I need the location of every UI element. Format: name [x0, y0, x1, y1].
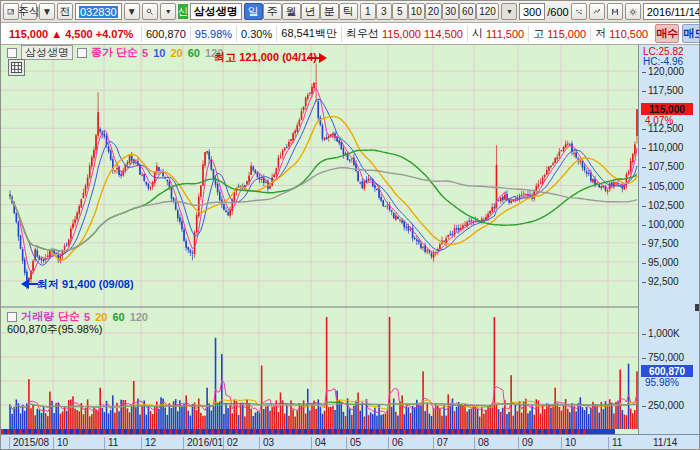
search-button[interactable]	[142, 3, 158, 20]
change-value: 4,500	[65, 28, 93, 40]
month-label: 2016/01	[183, 437, 223, 450]
extra-dropdown[interactable]: ▼	[501, 3, 517, 20]
month-label: 03	[259, 437, 274, 450]
month-label: 04	[311, 437, 326, 450]
annotation-lowest: 최저 91,400 (09/08)	[37, 277, 134, 292]
screen-link-icon[interactable]	[3, 3, 19, 20]
volume-ratio: 95.98%	[191, 26, 237, 42]
sound-dropdown-icon: ▼	[165, 8, 172, 15]
current-price: 115,000	[9, 28, 48, 40]
annotation-lowest-arrow-icon	[21, 279, 29, 289]
best-bid: 114,500	[424, 28, 463, 40]
low-label: 저	[595, 26, 606, 41]
annotation-lowest-line	[28, 283, 38, 285]
price-tick-label: 107,500	[642, 161, 684, 172]
volume-tick-label: 1,000K	[642, 328, 680, 339]
price-tick-label: 105,000	[642, 181, 684, 192]
settings-button[interactable]	[625, 3, 641, 20]
ma-period-label: 120	[130, 311, 148, 323]
change-arrow-icon: ▲	[51, 28, 62, 40]
stock-code-value: 032830	[79, 6, 118, 18]
price-tick-label: 95,000	[642, 257, 679, 268]
month-label: 08	[474, 437, 489, 450]
paging-button[interactable]	[571, 3, 587, 20]
month-label: 12	[141, 437, 156, 450]
quote-info-bar: 115,000 ▲ 4,500 +4.07% 600,870 95.98% 0.…	[1, 23, 700, 45]
ma-period-label: 5	[84, 311, 90, 323]
sound-button[interactable]: ▼	[160, 3, 176, 20]
open-price: 111,500	[486, 28, 524, 40]
month-label: 2015/08	[9, 437, 49, 450]
candle-count-total: /600	[547, 6, 568, 18]
current-volume-marker: 600,870	[641, 365, 693, 377]
toolbar: 주식 ▼ 전 032830 ▼ ▼ 신 삼성생명 일주월년분틱 13510203…	[1, 1, 700, 23]
candle-count-input[interactable]: 300	[519, 3, 545, 20]
price-tick-label: 112,500	[642, 123, 683, 134]
interval-button-120[interactable]: 120	[476, 3, 499, 20]
annotation-highest-line	[307, 57, 319, 59]
interval-button-20[interactable]: 20	[425, 3, 442, 20]
volume-detail: 600,870주(95.98%)	[7, 322, 102, 337]
high-price: 115,000	[547, 28, 586, 40]
month-label: 09	[518, 437, 533, 450]
interval-button-5[interactable]: 5	[392, 3, 408, 20]
price-tick-label: 100,000	[642, 219, 684, 230]
price-tick-label: 120,000	[642, 66, 684, 77]
date-input[interactable]: 2016/11/14	[643, 3, 700, 20]
asset-type-menu[interactable]: 주식	[21, 3, 37, 20]
time-axis: 11/14 2015/081011122016/0102030405060708…	[1, 434, 700, 450]
ma-period-label: 60	[112, 311, 124, 323]
volume-tick-label: 750,000	[642, 352, 684, 363]
month-label: 05	[346, 437, 361, 450]
current-price-marker: 115,000	[641, 103, 693, 115]
high-label: 고	[533, 26, 544, 41]
current-volume-percent: 95.98%	[645, 377, 679, 388]
price-tick-label: 117,500	[642, 85, 683, 96]
month-label: 11	[104, 437, 118, 450]
change-percent: +4.07%	[96, 28, 134, 40]
volume-tick-label: 250,000	[642, 400, 684, 411]
price-tick-label: 110,000	[642, 142, 683, 153]
interval-button-1[interactable]: 1	[360, 3, 376, 20]
checkbox-icon[interactable]	[7, 312, 17, 322]
month-label: 10	[53, 437, 68, 450]
interval-button-3[interactable]: 3	[376, 3, 392, 20]
zigzag-icon	[593, 4, 601, 20]
footprints-icon	[575, 4, 583, 20]
month-label: 07	[433, 437, 448, 450]
buy-button[interactable]: 매수	[655, 24, 679, 43]
tab-period-일[interactable]: 일	[244, 3, 263, 20]
market-badge: 신	[178, 4, 188, 19]
volume-value: 600,870	[142, 26, 191, 42]
stock-code-input[interactable]: 032830	[75, 3, 122, 20]
stock-name-field[interactable]: 삼성생명	[190, 3, 242, 20]
best-quote-label: 최우선	[346, 26, 379, 41]
tab-period-주[interactable]: 주	[263, 3, 282, 20]
interval-button-10[interactable]: 10	[408, 3, 425, 20]
save-icon	[611, 4, 619, 20]
price-axis: LC:25.82 HC:-4.96 115,000 4.07% 600,870 …	[638, 45, 700, 434]
sell-button[interactable]: 매도	[682, 24, 700, 43]
trendline-button[interactable]	[589, 3, 605, 20]
code-dropdown-icon[interactable]: ▼	[124, 3, 140, 20]
asset-type-dropdown-icon[interactable]: ▼	[39, 3, 55, 20]
save-button[interactable]	[607, 3, 623, 20]
interval-button-60[interactable]: 60	[459, 3, 476, 20]
interval-buttons: 13510203060120	[360, 3, 499, 20]
last-date-label: 11/14	[653, 437, 677, 448]
month-label: 02	[223, 437, 238, 450]
ma-period-label: 20	[95, 311, 107, 323]
low-price: 110,500	[609, 28, 648, 40]
chart-area[interactable]: 삼성생명 종가 단순 5102060120 최고 121,000 (04/14)…	[1, 45, 700, 434]
screen-link-glyph	[7, 4, 15, 20]
tab-period-월[interactable]: 월	[282, 3, 301, 20]
tab-period-틱[interactable]: 틱	[339, 3, 358, 20]
jeon-button[interactable]: 전	[57, 3, 73, 20]
month-label: 06	[388, 437, 403, 450]
tab-period-분[interactable]: 분	[320, 3, 339, 20]
interval-button-30[interactable]: 30	[442, 3, 459, 20]
candlestick-volume-plot[interactable]	[1, 45, 638, 429]
price-tick-label: 92,500	[642, 276, 679, 287]
pane-resize-handle[interactable]	[695, 304, 700, 311]
tab-period-년[interactable]: 년	[301, 3, 320, 20]
